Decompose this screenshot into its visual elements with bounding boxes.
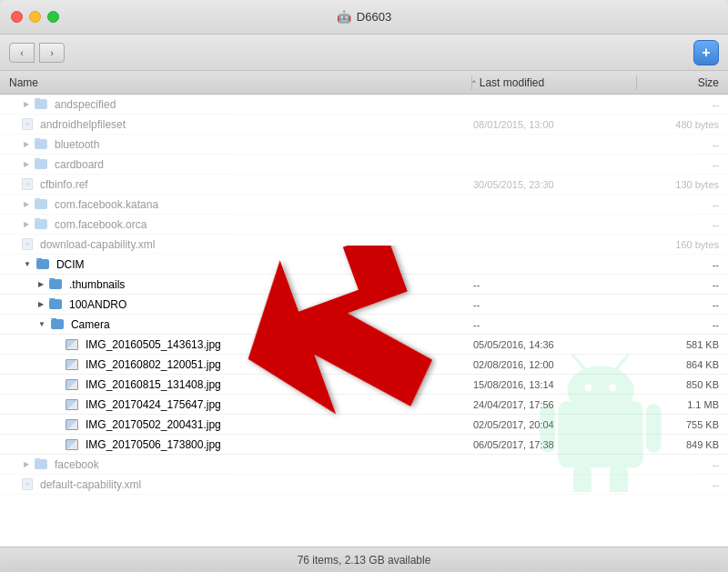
file-size-cell: --	[637, 139, 728, 150]
folder-icon	[35, 139, 47, 149]
table-row[interactable]: IMG_20160505_143613.jpg05/05/2016, 14:36…	[0, 335, 728, 355]
toolbar: ‹ › +	[0, 35, 728, 71]
expand-icon[interactable]	[38, 320, 46, 328]
folder-icon	[35, 459, 47, 469]
table-row[interactable]: bluetooth--	[0, 135, 728, 155]
file-name-text: IMG_20160505_143613.jpg	[86, 338, 221, 351]
file-name-text: androidhelpfileset	[40, 118, 126, 131]
statusbar-text: 76 items, 2.13 GB available	[298, 554, 431, 567]
col-modified-header[interactable]: ^ Last modified	[472, 76, 636, 89]
file-name-text: DCIM	[56, 258, 85, 271]
file-name-text: 100ANDRO	[69, 298, 126, 311]
file-modified-cell: 24/04/2017, 17:56	[473, 399, 637, 410]
file-size-cell: --	[637, 479, 728, 490]
new-folder-button[interactable]: +	[693, 40, 719, 65]
file-size-cell: --	[637, 219, 728, 230]
table-row[interactable]: ≡download-capability.xml160 bytes	[0, 235, 728, 255]
file-size-cell: 480 bytes	[637, 119, 728, 130]
file-name-text: IMG_20170424_175647.jpg	[86, 398, 221, 411]
folder-icon	[49, 299, 62, 309]
expand-icon[interactable]	[24, 140, 29, 148]
table-row[interactable]: DCIM--	[0, 255, 728, 275]
file-name-text: andspecified	[55, 98, 116, 111]
table-row[interactable]: IMG_20160815_131408.jpg15/08/2016, 13:14…	[0, 375, 728, 395]
file-browser-window: 🤖 D6603 ‹ › + Name ^ Last modified Size	[0, 0, 728, 572]
folder-icon	[51, 319, 64, 329]
file-modified-cell: --	[473, 279, 637, 290]
file-list[interactable]: andspecified--≡androidhelpfileset08/01/2…	[0, 95, 728, 547]
maximize-button[interactable]	[47, 11, 59, 23]
expand-icon[interactable]	[24, 460, 29, 468]
folder-icon	[35, 99, 47, 109]
file-size-cell: --	[637, 159, 728, 170]
file-name-cell: ≡default-capability.xml	[0, 478, 473, 491]
expand-icon[interactable]	[24, 260, 31, 268]
image-file-icon	[66, 439, 78, 450]
col-name-header[interactable]: Name	[0, 76, 471, 89]
file-modified-cell: 02/05/2017, 20:04	[473, 419, 637, 430]
file-name-cell: ≡download-capability.xml	[0, 238, 473, 251]
back-button[interactable]: ‹	[9, 43, 35, 63]
expand-icon[interactable]	[24, 200, 29, 208]
file-name-cell: IMG_20170506_173800.jpg	[0, 438, 473, 451]
table-row[interactable]: Camera----	[0, 315, 728, 335]
file-size-cell: --	[637, 259, 728, 270]
file-name-text: download-capability.xml	[40, 238, 156, 251]
table-row[interactable]: com.facebook.katana--	[0, 195, 728, 215]
file-modified-cell: --	[473, 299, 637, 310]
file-name-cell: IMG_20170502_200431.jpg	[0, 418, 473, 431]
file-name-cell: com.facebook.orca	[0, 218, 473, 231]
table-row[interactable]: .thumbnails----	[0, 275, 728, 295]
expand-icon[interactable]	[24, 160, 29, 168]
table-row[interactable]: IMG_20170506_173800.jpg06/05/2017, 17:38…	[0, 435, 728, 455]
expand-icon[interactable]	[24, 100, 29, 108]
table-row[interactable]: andspecified--	[0, 95, 728, 115]
file-name-cell: ≡cfbinfo.ref	[0, 178, 473, 191]
table-row[interactable]: cardboard--	[0, 155, 728, 175]
file-modified-cell: 15/08/2016, 13:14	[473, 379, 637, 390]
file-size-cell: --	[637, 199, 728, 210]
expand-icon[interactable]	[24, 220, 29, 228]
file-name-cell: cardboard	[0, 158, 473, 171]
table-row[interactable]: 100ANDRO----	[0, 295, 728, 315]
file-size-cell: --	[637, 279, 728, 290]
file-name-text: cfbinfo.ref	[40, 178, 88, 191]
file-name-cell: com.facebook.katana	[0, 198, 473, 211]
file-name-cell: IMG_20160815_131408.jpg	[0, 378, 473, 391]
file-name-text: default-capability.xml	[40, 478, 141, 491]
file-name-cell: Camera	[0, 318, 473, 331]
close-button[interactable]	[11, 11, 23, 23]
file-icon: ≡	[22, 478, 33, 490]
col-name-label: Name	[9, 76, 38, 89]
table-row[interactable]: ≡cfbinfo.ref30/05/2015, 23:30130 bytes	[0, 175, 728, 195]
file-modified-cell: 05/05/2016, 14:36	[473, 339, 637, 350]
file-name-text: Camera	[71, 318, 110, 331]
statusbar: 76 items, 2.13 GB available	[0, 547, 728, 572]
table-row[interactable]: IMG_20170424_175647.jpg24/04/2017, 17:56…	[0, 395, 728, 415]
expand-icon[interactable]	[38, 280, 44, 288]
table-row[interactable]: com.facebook.orca--	[0, 215, 728, 235]
file-name-text: cardboard	[55, 158, 104, 171]
file-name-text: IMG_20170502_200431.jpg	[86, 418, 221, 431]
table-row[interactable]: ≡default-capability.xml--	[0, 475, 728, 495]
file-size-cell: 1.1 MB	[637, 399, 728, 410]
table-row[interactable]: ≡androidhelpfileset08/01/2015, 13:00480 …	[0, 115, 728, 135]
file-name-cell: IMG_20160802_120051.jpg	[0, 358, 473, 371]
file-name-cell: ≡androidhelpfileset	[0, 118, 473, 131]
file-icon: ≡	[22, 178, 33, 190]
file-modified-cell: 08/01/2015, 13:00	[473, 119, 637, 130]
file-name-text: .thumbnails	[69, 278, 125, 291]
image-file-icon	[66, 419, 78, 430]
col-size-header[interactable]: Size	[637, 76, 728, 89]
forward-button[interactable]: ›	[39, 43, 65, 63]
title-text: D6603	[357, 10, 391, 24]
col-modified-label: Last modified	[480, 76, 544, 89]
file-name-text: com.facebook.orca	[55, 218, 147, 231]
minimize-button[interactable]	[29, 11, 41, 23]
file-size-cell: 850 KB	[637, 379, 728, 390]
table-row[interactable]: IMG_20160802_120051.jpg02/08/2016, 12:00…	[0, 355, 728, 375]
table-row[interactable]: facebook--	[0, 455, 728, 475]
table-row[interactable]: IMG_20170502_200431.jpg02/05/2017, 20:04…	[0, 415, 728, 435]
folder-icon	[36, 259, 49, 269]
expand-icon[interactable]	[38, 300, 44, 308]
